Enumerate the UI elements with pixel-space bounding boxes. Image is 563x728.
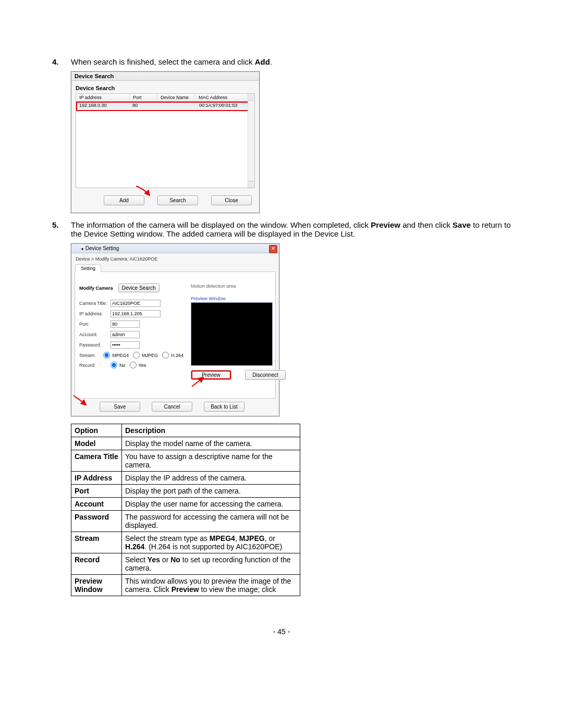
option-cell: Record: [71, 553, 122, 575]
window-titlebar: ⬥ Device Setting ✕: [71, 244, 279, 253]
disconnect-button[interactable]: Disconnect: [245, 370, 286, 380]
option-cell: IP Address: [71, 472, 122, 485]
table-row: PortDisplay the port path of the camera.: [71, 485, 300, 498]
label-record: Record:: [79, 363, 111, 368]
radio-record-no[interactable]: [111, 362, 117, 368]
window-titlebar: Device Search: [71, 72, 259, 81]
table-row: IP AddressDisplay the IP address of the …: [71, 472, 300, 485]
table-row: ModelDisplay the model name of the camer…: [71, 437, 300, 450]
radio-mpeg4[interactable]: [103, 352, 110, 359]
radio-record-yes[interactable]: [130, 362, 137, 368]
option-cell: Port: [71, 485, 122, 498]
description-cell: This window allows you to preview the im…: [122, 575, 300, 596]
option-cell: Stream: [71, 532, 122, 553]
label-port: Port:: [79, 322, 111, 327]
section-title: Modify Camera: [79, 286, 113, 291]
table-row: Preview WindowThis window allows you to …: [71, 575, 300, 596]
step5-text: The information of the camera will be di…: [71, 220, 511, 238]
tab-setting[interactable]: Setting: [75, 264, 101, 273]
table-row: Camera TitleYou have to assign a descrip…: [71, 450, 300, 472]
label-password: Password:: [79, 342, 111, 348]
password-input[interactable]: [111, 341, 140, 349]
col-header-port: Port: [130, 94, 157, 101]
col-header-mac: MAC Address: [195, 94, 254, 101]
table-row: StreamSelect the stream type as MPEG4, M…: [71, 532, 300, 553]
step4-text: When search is finished, select the came…: [71, 57, 511, 66]
cancel-button[interactable]: Cancel: [152, 402, 192, 412]
label-stream: Stream:: [79, 353, 103, 358]
radio-mjpeg[interactable]: [133, 352, 140, 359]
description-cell: Display the model name of the camera.: [122, 437, 300, 450]
preview-window-label: Preview Window: [191, 296, 286, 301]
description-cell: Display the user name for accessing the …: [122, 498, 300, 511]
col-header-option: Option: [71, 424, 122, 437]
option-cell: Password: [71, 511, 122, 532]
close-icon[interactable]: ✕: [269, 245, 277, 253]
device-search-button[interactable]: Device Search: [118, 283, 160, 292]
description-cell: Select Yes or No to set up recording fun…: [122, 553, 300, 575]
scrollbar[interactable]: [248, 94, 254, 188]
camera-title-input[interactable]: [111, 300, 161, 307]
description-cell: You have to assign a descriptive name fo…: [122, 450, 300, 472]
description-cell: The password for accessing the camera wi…: [122, 511, 300, 532]
device-search-window: Device Search Device Search IP address P…: [71, 71, 260, 213]
col-header-description: Description: [122, 424, 300, 437]
col-header-name: Device Name: [157, 94, 195, 101]
page-number: - 45 -: [52, 627, 511, 636]
save-button[interactable]: Save: [100, 402, 140, 412]
table-row[interactable]: 192.168.0.30 80 00:1A:97:00:01:53: [76, 102, 254, 109]
option-cell: Preview Window: [71, 575, 122, 596]
close-button[interactable]: Close: [211, 195, 252, 205]
port-input[interactable]: [111, 320, 140, 328]
device-search-table: IP address Port Device Name MAC Address …: [76, 93, 255, 188]
table-row: AccountDisplay the user name for accessi…: [71, 498, 300, 511]
description-cell: Display the IP address of the camera.: [122, 472, 300, 485]
label-account: Account:: [79, 332, 111, 337]
account-input[interactable]: [111, 331, 140, 338]
option-cell: Account: [71, 498, 122, 511]
device-setting-window: ⬥ Device Setting ✕ Device > Modify Camer…: [71, 243, 279, 416]
table-row: RecordSelect Yes or No to set up recordi…: [71, 553, 300, 575]
preview-button[interactable]: Preview: [191, 370, 231, 380]
search-button[interactable]: Search: [157, 195, 198, 205]
label-camera-title: Camera Title:: [79, 301, 111, 306]
back-to-list-button[interactable]: Back to List: [204, 402, 244, 412]
panel-title: Device Search: [76, 85, 255, 91]
preview-viewport: [191, 302, 273, 366]
breadcrumb: Device > Modify Camera: AIC1620POE: [71, 253, 279, 262]
label-ip: IP address:: [79, 311, 111, 316]
description-cell: Select the stream type as MPEG4, MJPEG, …: [122, 532, 300, 553]
description-cell: Display the port path of the camera.: [122, 485, 300, 498]
motion-detection-link[interactable]: Motion detection area: [191, 283, 286, 289]
options-table: Option Description ModelDisplay the mode…: [71, 424, 300, 596]
step-number: 4.: [52, 57, 71, 66]
option-cell: Model: [71, 437, 122, 450]
radio-h264[interactable]: [162, 352, 169, 359]
option-cell: Camera Title: [71, 450, 122, 472]
table-row: PasswordThe password for accessing the c…: [71, 511, 300, 532]
col-header-ip: IP address: [76, 94, 130, 101]
add-button[interactable]: Add: [104, 195, 144, 205]
step-number: 5.: [52, 220, 71, 238]
ip-input[interactable]: [111, 310, 161, 317]
